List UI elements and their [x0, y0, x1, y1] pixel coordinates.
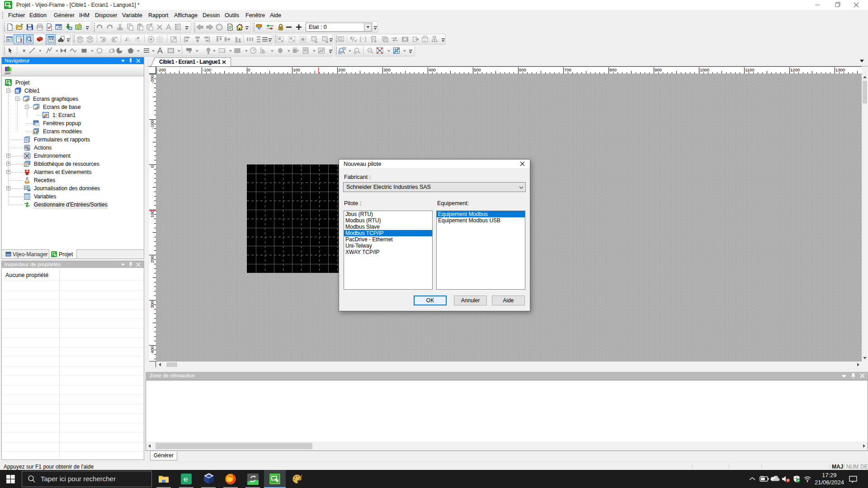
svg-text:12: 12 [423, 39, 426, 42]
svg-text:123: 123 [423, 35, 427, 38]
svg-text:e: e [184, 475, 188, 483]
svg-text:123: 123 [220, 49, 225, 52]
